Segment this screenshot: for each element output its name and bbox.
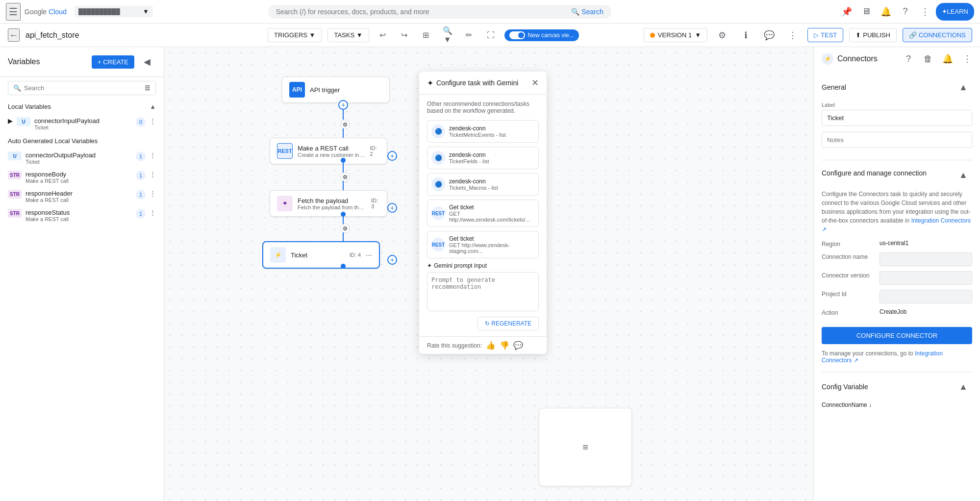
list-item: STR responseBody Make a REST call 1 ⋮	[0, 168, 164, 187]
conn-item-get-ticket-1[interactable]: REST Get ticket GET http://www.zendesk.c…	[427, 200, 539, 227]
fullscreen-button[interactable]: ⛶	[483, 27, 499, 43]
prompt-icon: ✦	[427, 262, 432, 269]
add-after-api-btn[interactable]: +	[338, 100, 348, 110]
var-menu-icon[interactable]: ⋮	[150, 171, 156, 178]
var-sub: Make a REST call	[25, 178, 132, 184]
thumb-up-icon[interactable]: 👍	[486, 341, 496, 350]
edit-button[interactable]: ✏	[461, 27, 477, 43]
conn-info: zendesk-conn TicketMetricEvents - list	[449, 125, 534, 138]
auto-vars-title: Auto Generated Local Variables	[8, 137, 98, 145]
expand-icon: ▶	[8, 117, 13, 125]
config-collapse-btn[interactable]: ▲	[955, 166, 972, 184]
info-icon-btn[interactable]: ℹ	[737, 26, 754, 44]
add-after-ticket-btn[interactable]: +	[387, 255, 397, 265]
pin-icon-btn[interactable]: 📌	[838, 3, 855, 21]
local-vars-title: Local Variables	[8, 103, 51, 110]
bell-icon-btn[interactable]: 🔔	[877, 3, 895, 21]
gemini-body: Other recommended connections/tasks base…	[419, 95, 547, 336]
conn-item-get-ticket-2[interactable]: REST Get ticket GET http://www.zendesk-s…	[427, 231, 539, 258]
conn-item-zendesk-2[interactable]: 🔵 zendesk-conn TicketFields - list	[427, 147, 539, 169]
var-menu-icon[interactable]: ⋮	[150, 190, 156, 197]
local-vars-toggle[interactable]: ▲	[150, 103, 156, 110]
var-menu-icon[interactable]: ⋮	[150, 117, 156, 125]
var-menu-icon[interactable]: ⋮	[150, 209, 156, 216]
connections-tab-btn[interactable]: 🔗 CONNECTIONS	[903, 28, 972, 42]
config-var-collapse-btn[interactable]: ▲	[955, 378, 972, 396]
conn-name: zendesk-conn	[449, 151, 534, 158]
conn-item-zendesk-3[interactable]: 🔵 zendesk-conn Tickets_Macros - list	[427, 173, 539, 196]
add-after-fetch-btn[interactable]: +	[387, 203, 397, 213]
search-input[interactable]	[24, 84, 142, 92]
create-button[interactable]: + CREATE	[92, 55, 134, 69]
version-button[interactable]: VERSION 1 ▼	[644, 28, 707, 42]
conn-icon-circle: 🔵	[431, 177, 445, 191]
hamburger-menu[interactable]: ☰	[6, 3, 21, 21]
configure-connector-btn[interactable]: CONFIGURE CONNECTOR	[822, 327, 972, 344]
conn-action: TicketFields - list	[449, 158, 534, 164]
learn-button[interactable]: ✦ LEARN	[936, 3, 974, 21]
fetch-payload-node[interactable]: ✦ Fetch the payload Fetch the payload fr…	[270, 190, 387, 217]
search-input[interactable]	[276, 8, 568, 16]
logo-cloud: Cloud	[49, 8, 67, 16]
project-id-input[interactable]	[879, 290, 972, 303]
notes-field-input[interactable]	[822, 132, 972, 148]
new-canvas-toggle[interactable]: New canvas vie...	[504, 29, 579, 41]
project-name: ██████████	[78, 8, 140, 15]
connector-version-key: Connector version	[822, 271, 876, 279]
gemini-prompt-input[interactable]	[427, 272, 539, 311]
var-name: responseStatus	[25, 209, 132, 216]
redo-button[interactable]: ↪	[397, 27, 412, 43]
undo-button[interactable]: ↩	[375, 27, 391, 43]
tasks-button[interactable]: TASKS ▼	[327, 28, 369, 42]
more-icon-btn[interactable]: ⋮	[916, 3, 934, 21]
gemini-close-btn[interactable]: ✕	[531, 77, 539, 88]
settings-icon-btn[interactable]: ⚙	[713, 26, 731, 44]
triggers-dropdown[interactable]: TRIGGERS ▼	[268, 28, 322, 42]
ticket-node-icon: ⚡	[270, 247, 286, 263]
bottom-card: ≡	[539, 408, 632, 486]
connector-version-input[interactable]	[879, 271, 972, 285]
node-menu-icon[interactable]: ⋯	[366, 251, 372, 259]
thumb-down-icon[interactable]: 👎	[500, 341, 509, 350]
more-options-btn[interactable]: ⋮	[784, 26, 802, 44]
api-trigger-node[interactable]: API API trigger	[282, 76, 390, 103]
group-button[interactable]: ⊞	[418, 27, 434, 43]
var-info: connectorInputPayload Ticket	[34, 117, 132, 130]
tasks-dropdown[interactable]: TASKS ▼	[327, 28, 369, 42]
test-tab-btn[interactable]: ▷ TEST	[807, 28, 843, 42]
rest-call-node[interactable]: REST Make a REST call Create a new custo…	[270, 138, 387, 164]
comment-icon-btn[interactable]: 💬	[760, 26, 778, 44]
notes-field-container	[822, 132, 972, 154]
ticket-node[interactable]: ⚡ Ticket ID: 4 ⋯	[262, 241, 380, 269]
node-sub: Create a new customer in ...	[298, 152, 365, 158]
add-after-rest-btn[interactable]: +	[387, 151, 397, 161]
filter-icon[interactable]: ☰	[145, 84, 151, 92]
right-more-btn[interactable]: ⋮	[958, 50, 976, 68]
canvas-area[interactable]: API API trigger + ⚙ REST Make a REST cal…	[164, 47, 813, 501]
publish-tab-btn[interactable]: ⬆ PUBLISH	[849, 28, 897, 42]
node-title: Ticket	[291, 251, 345, 259]
rate-comment-icon[interactable]: 💬	[513, 341, 523, 350]
var-menu-icon[interactable]: ⋮	[150, 151, 156, 159]
conn-icon-circle: 🔵	[431, 151, 445, 165]
search-button[interactable]: 🔍 Search	[571, 8, 603, 16]
back-button[interactable]: ←	[8, 28, 20, 42]
search-bar: 🔍 Search	[268, 5, 611, 19]
conn-item-zendesk-1[interactable]: 🔵 zendesk-conn TicketMetricEvents - list	[427, 120, 539, 143]
right-bell-btn[interactable]: 🔔	[939, 50, 956, 68]
right-help-btn[interactable]: ?	[900, 50, 917, 68]
monitor-icon-btn[interactable]: 🖥	[857, 3, 875, 21]
project-selector[interactable]: ██████████ ▼	[75, 6, 153, 17]
right-delete-btn[interactable]: 🗑	[919, 50, 937, 68]
node-content: Make a REST call Create a new customer i…	[298, 145, 365, 158]
connection-name-input[interactable]	[879, 252, 972, 266]
zoom-button[interactable]: 🔍▼	[440, 27, 455, 43]
triggers-button[interactable]: TRIGGERS ▼	[268, 28, 322, 42]
general-collapse-btn[interactable]: ▲	[955, 78, 972, 96]
label-field-input[interactable]	[822, 110, 972, 126]
regenerate-button[interactable]: ↻ REGENERATE	[477, 317, 539, 330]
collapse-panel-btn[interactable]: ◀	[138, 53, 156, 71]
help-icon-btn[interactable]: ?	[897, 3, 914, 21]
conn-name: zendesk-conn	[449, 125, 534, 132]
left-panel-actions: + CREATE ◀	[92, 53, 156, 71]
